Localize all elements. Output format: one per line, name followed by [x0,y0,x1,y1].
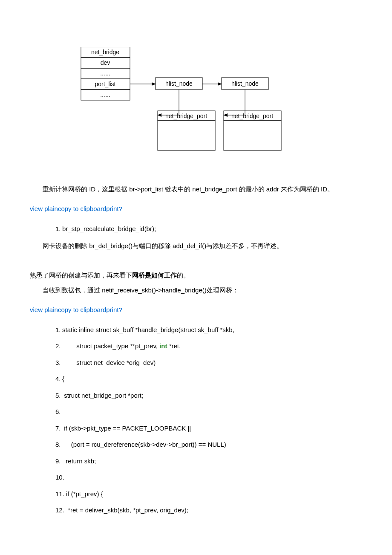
code-text: if (*pt_prev) { [64,490,107,497]
toolbar-links-1: view plaincopy to clipboardprint? [30,203,362,215]
code-text: if (skb->pkt_type == PACKET_LOOPBACK || [62,425,195,432]
label-dots1: …… [100,71,110,77]
label-dev: dev [101,59,110,66]
toolbar-links-2: view plaincopy to clipboardprint? [30,304,362,316]
label-hlist1: hlist_node [165,80,193,87]
code-block-2: 1.static inline struct sk_buff *handle_b… [55,324,362,517]
link-help[interactable]: ? [118,205,122,212]
data-structure-diagram: net_bridge dev …… port_list …… hlist_nod… [77,47,362,166]
code-text [62,408,66,415]
paragraph-receive: 当收到数据包，通过 netif_receive_skb()->handle_br… [30,284,362,297]
link-view-plain[interactable]: view plain [30,205,58,212]
svg-rect-17 [224,121,281,150]
paragraph-recalc: 重新计算网桥的 ID，这里根据 br->port_list 链表中的 net_b… [30,183,362,196]
label-hlist2: hlist_node [231,80,259,87]
code-text: br_stp_recalculate_bridge_id(br); [62,225,159,232]
link-print[interactable]: print [106,205,118,212]
code-text: struct packet_type **pt_prev, [62,342,159,350]
code-text: struct net_device *orig_dev) [62,359,159,366]
code-text: *ret, [167,342,184,350]
code-text: return skb; [62,457,100,465]
link-view-plain[interactable]: view plain [30,306,58,313]
label-port-list: port_list [95,81,115,87]
keyword-int: int [159,342,167,350]
label-nbp1: net_bridge_port [165,113,207,119]
diagram-svg: net_bridge dev …… port_list …… hlist_nod… [77,47,320,162]
link-copy[interactable]: copy to clipboard [58,205,106,212]
link-copy[interactable]: copy to clipboard [58,306,106,313]
paragraph-delete: 网卡设备的删除 br_del_bridge()与端口的移除 add_del_if… [30,240,362,252]
link-help[interactable]: ? [118,306,122,313]
code-text [64,474,68,481]
svg-rect-13 [158,121,215,150]
label-nbp2: net_bridge_port [231,113,273,119]
label-dots2: …… [100,92,110,98]
link-print[interactable]: print [106,306,118,313]
code-text: static inline struct sk_buff *handle_bri… [62,326,238,333]
code-text: struct net_bridge_port *port; [62,392,147,399]
code-text: *ret = deliver_skb(skb, *pt_prev, orig_d… [64,506,192,514]
label-net-bridge: net_bridge [91,49,119,55]
code-block-1: 1.br_stp_recalculate_bridge_id(br); [55,223,362,235]
code-text: (port = rcu_dereference(skb->dev->br_por… [62,441,230,448]
paragraph-howworks: 熟悉了网桥的创建与添加，再来看下网桥是如何工作的。 [30,269,362,282]
code-text: { [62,375,68,382]
